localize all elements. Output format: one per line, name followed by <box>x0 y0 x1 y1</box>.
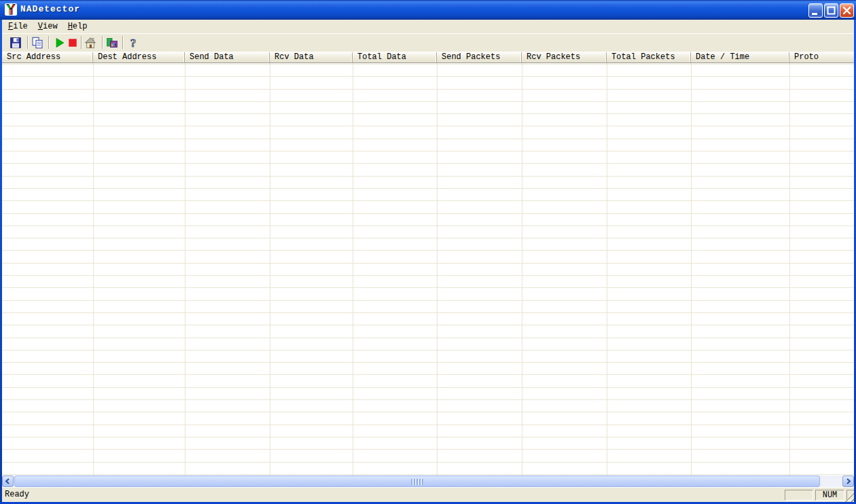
app-logo-icon <box>5 3 17 16</box>
minimize-button[interactable] <box>808 3 823 18</box>
menu-bar: FileViewHelp <box>2 20 854 33</box>
svg-text:?: ? <box>130 37 137 49</box>
grid-line <box>93 63 94 475</box>
home-icon <box>84 37 96 49</box>
maximize-icon <box>825 4 839 18</box>
statistics-icon <box>106 37 118 49</box>
grid-line <box>607 63 607 475</box>
column-header-rcv-data[interactable]: Rcv Data <box>270 52 353 62</box>
grid-line <box>185 63 185 475</box>
column-header-src-address[interactable]: Src Address <box>2 52 93 62</box>
grid-line <box>270 63 270 475</box>
status-bar: Ready NUM <box>2 487 854 502</box>
maximize-button[interactable] <box>824 3 838 18</box>
menu-item-help[interactable]: Help <box>65 20 90 33</box>
scroll-right-button[interactable] <box>842 475 854 487</box>
stop-capture-icon <box>67 37 79 49</box>
copy-button[interactable] <box>30 35 45 50</box>
copy-icon <box>31 37 43 49</box>
app-window: NADetector FileViewHelp <box>0 0 856 504</box>
close-icon <box>840 4 855 18</box>
table-header: Src AddressDest AddressSend DataRcv Data… <box>2 52 854 63</box>
window-title: NADetector <box>20 4 80 14</box>
column-header-rcv-packets[interactable]: Rcv Packets <box>522 52 607 62</box>
toolbar-separator <box>48 36 49 49</box>
chevron-left-icon <box>4 478 12 485</box>
column-header-total-data[interactable]: Total Data <box>353 52 437 62</box>
statistics-button[interactable] <box>105 35 120 50</box>
home-button[interactable] <box>83 35 98 50</box>
start-capture-icon <box>54 37 66 49</box>
scrollbar-grip <box>412 479 423 485</box>
title-bar[interactable]: NADetector <box>0 0 856 20</box>
column-header-proto[interactable]: Proto <box>789 52 854 62</box>
menu-item-file[interactable]: File <box>5 20 31 33</box>
column-header-date-time[interactable]: Date / Time <box>691 52 789 62</box>
table-body <box>2 63 854 475</box>
grid-line <box>691 63 692 475</box>
save-icon <box>10 37 22 49</box>
menu-item-view[interactable]: View <box>35 20 60 33</box>
status-panel-num: NUM <box>815 490 844 501</box>
grid-line <box>353 63 353 475</box>
stop-capture-button[interactable] <box>65 35 80 50</box>
toolbar-separator <box>122 36 123 49</box>
close-button[interactable] <box>840 3 854 18</box>
column-header-dest-address[interactable]: Dest Address <box>93 52 185 62</box>
status-panel-caps <box>785 490 813 501</box>
help-icon: ? <box>127 37 139 49</box>
toolbar: ? <box>2 33 854 52</box>
chevron-right-icon <box>844 478 852 485</box>
toolbar-separator <box>27 36 28 49</box>
column-header-total-packets[interactable]: Total Packets <box>607 52 691 62</box>
horizontal-scrollbar[interactable] <box>2 475 854 487</box>
grid-line <box>789 63 790 475</box>
column-header-send-packets[interactable]: Send Packets <box>437 52 522 62</box>
status-message: Ready <box>5 488 29 502</box>
help-button[interactable]: ? <box>126 35 141 50</box>
column-header-send-data[interactable]: Send Data <box>185 52 270 62</box>
scrollbar-thumb[interactable] <box>14 475 820 487</box>
grid-line <box>522 63 522 475</box>
minimize-icon <box>809 4 823 18</box>
toolbar-separator <box>81 36 82 49</box>
scroll-left-button[interactable] <box>2 475 14 487</box>
window-border-left <box>0 20 2 504</box>
toolbar-separator <box>102 36 103 49</box>
grid-line <box>437 63 438 475</box>
save-button[interactable] <box>8 35 23 50</box>
